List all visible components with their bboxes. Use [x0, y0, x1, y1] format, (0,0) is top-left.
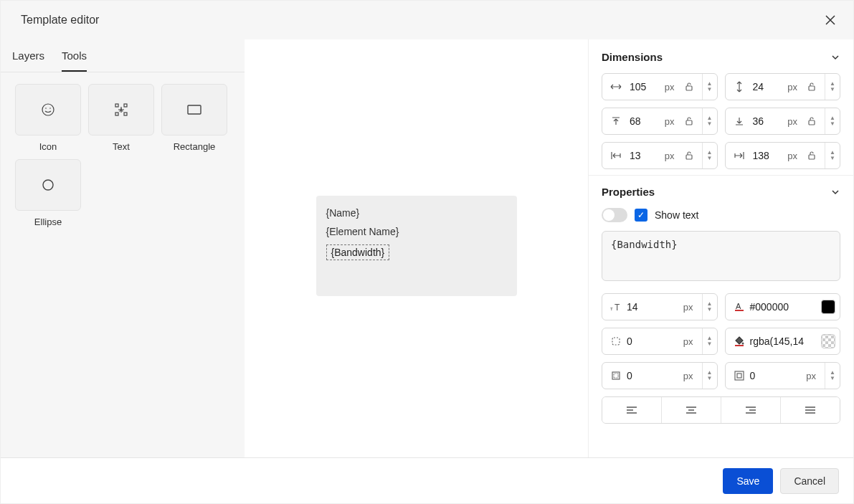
save-button[interactable]: Save — [723, 468, 773, 494]
padding-icon — [733, 371, 746, 381]
dim-bottom[interactable]: 36 px ▲▼ — [725, 108, 841, 135]
text-color-swatch[interactable] — [821, 300, 835, 314]
align-center-button[interactable] — [662, 397, 721, 423]
canvas[interactable]: {Name} {Element Name} {Bandwidth} — [245, 39, 588, 457]
chevron-down-icon — [830, 52, 840, 62]
lock-icon[interactable] — [806, 81, 817, 92]
svg-rect-5 — [115, 113, 118, 115]
svg-point-2 — [49, 108, 51, 109]
font-size-unit: px — [683, 302, 693, 313]
text-color-input[interactable]: A #000000 — [725, 293, 841, 320]
stepper[interactable]: ▲▼ — [825, 143, 835, 168]
bottom-icon — [733, 116, 746, 126]
smiley-icon — [41, 103, 55, 117]
sidebar-tabs: Layers Tools — [1, 39, 245, 72]
height-icon — [733, 81, 746, 92]
dim-top[interactable]: 68 px ▲▼ — [602, 108, 718, 135]
tool-text[interactable]: A Text — [88, 84, 154, 152]
tab-tools[interactable]: Tools — [62, 39, 87, 72]
show-text-label: Show text — [655, 209, 698, 221]
tool-ellipse[interactable]: Ellipse — [15, 159, 81, 227]
dim-right-value: 138 — [750, 150, 784, 161]
tab-layers[interactable]: Layers — [12, 39, 44, 72]
padding-unit: px — [806, 371, 816, 381]
border-width-unit: px — [683, 371, 693, 381]
top-icon — [609, 116, 622, 126]
header: Template editor — [1, 1, 853, 39]
svg-rect-19 — [735, 310, 744, 311]
border-radius-input[interactable]: 0 px ▲▼ — [602, 328, 718, 355]
border-radius-icon — [609, 336, 622, 346]
right-panel: Dimensions 105 px ▲▼ 24 — [588, 39, 853, 457]
svg-text:т: т — [610, 305, 613, 312]
width-icon — [609, 83, 622, 90]
bg-color-swatch[interactable] — [821, 334, 835, 348]
svg-rect-8 — [188, 105, 201, 114]
close-icon — [825, 15, 835, 25]
dim-bottom-unit: px — [787, 116, 797, 127]
dimensions-header[interactable]: Dimensions — [602, 51, 840, 63]
font-size-icon: тT — [609, 302, 622, 312]
font-size-input[interactable]: тT 14 px ▲▼ — [602, 293, 718, 320]
properties-title: Properties — [602, 186, 655, 198]
field-bandwidth-selected[interactable]: {Bandwidth} — [326, 244, 390, 260]
dim-left-unit: px — [665, 151, 675, 161]
stepper[interactable]: ▲▼ — [825, 363, 835, 389]
stepper[interactable]: ▲▼ — [825, 108, 835, 134]
show-text-toggle[interactable] — [602, 208, 627, 222]
border-width-value: 0 — [627, 370, 679, 381]
field-element-name[interactable]: {Element Name} — [326, 226, 507, 237]
svg-rect-15 — [809, 155, 815, 159]
rectangle-icon — [186, 104, 202, 115]
field-name[interactable]: {Name} — [326, 207, 507, 219]
dimensions-section: Dimensions 105 px ▲▼ 24 — [589, 39, 853, 176]
lock-icon[interactable] — [806, 150, 817, 161]
svg-rect-22 — [735, 345, 744, 346]
stepper[interactable]: ▲▼ — [702, 363, 713, 389]
svg-point-0 — [42, 104, 54, 115]
lock-icon[interactable] — [683, 150, 695, 161]
bg-color-value: rgba(145,14 — [750, 336, 815, 347]
lock-icon[interactable] — [806, 115, 817, 127]
stepper[interactable]: ▲▼ — [825, 74, 835, 100]
dim-height[interactable]: 24 px ▲▼ — [725, 73, 841, 100]
dim-width[interactable]: 105 px ▲▼ — [602, 73, 718, 100]
canvas-shape[interactable]: {Name} {Element Name} {Bandwidth} — [316, 196, 517, 296]
svg-text:T: T — [615, 303, 620, 312]
stepper[interactable]: ▲▼ — [702, 294, 713, 320]
border-radius-unit: px — [683, 336, 693, 347]
align-right-button[interactable] — [721, 397, 781, 423]
text-tool-icon: A — [114, 103, 128, 117]
lock-icon[interactable] — [683, 81, 695, 92]
svg-rect-20 — [612, 338, 620, 345]
border-width-input[interactable]: 0 px ▲▼ — [602, 362, 718, 389]
dim-width-value: 105 — [627, 81, 660, 92]
padding-value: 0 — [750, 370, 802, 381]
dim-top-unit: px — [665, 116, 675, 127]
align-left-button[interactable] — [602, 397, 662, 423]
align-justify-button[interactable] — [781, 397, 840, 423]
text-value-input[interactable] — [602, 231, 840, 281]
lock-icon[interactable] — [683, 115, 695, 127]
close-button[interactable] — [819, 9, 842, 32]
properties-header[interactable]: Properties — [602, 186, 840, 198]
svg-rect-10 — [686, 86, 692, 90]
stepper[interactable]: ▲▼ — [702, 143, 713, 168]
stepper[interactable]: ▲▼ — [702, 74, 713, 100]
font-size-value: 14 — [627, 301, 679, 313]
padding-input[interactable]: 0 px ▲▼ — [725, 362, 841, 389]
tool-rectangle-label: Rectangle — [174, 141, 216, 152]
footer: Save Cancel — [1, 457, 853, 503]
dim-right[interactable]: 138 px ▲▼ — [725, 142, 841, 169]
cancel-button[interactable]: Cancel — [780, 468, 839, 494]
page-title: Template editor — [21, 14, 99, 27]
bg-color-input[interactable]: rgba(145,14 — [725, 328, 841, 355]
dim-left[interactable]: 13 px ▲▼ — [602, 142, 718, 169]
stepper[interactable]: ▲▼ — [702, 328, 713, 354]
svg-point-1 — [45, 108, 47, 109]
dimensions-title: Dimensions — [602, 51, 663, 63]
tool-rectangle[interactable]: Rectangle — [161, 84, 227, 152]
tool-icon[interactable]: Icon — [15, 84, 81, 152]
stepper[interactable]: ▲▼ — [702, 108, 713, 134]
show-text-checkbox[interactable]: ✓ — [635, 209, 647, 222]
